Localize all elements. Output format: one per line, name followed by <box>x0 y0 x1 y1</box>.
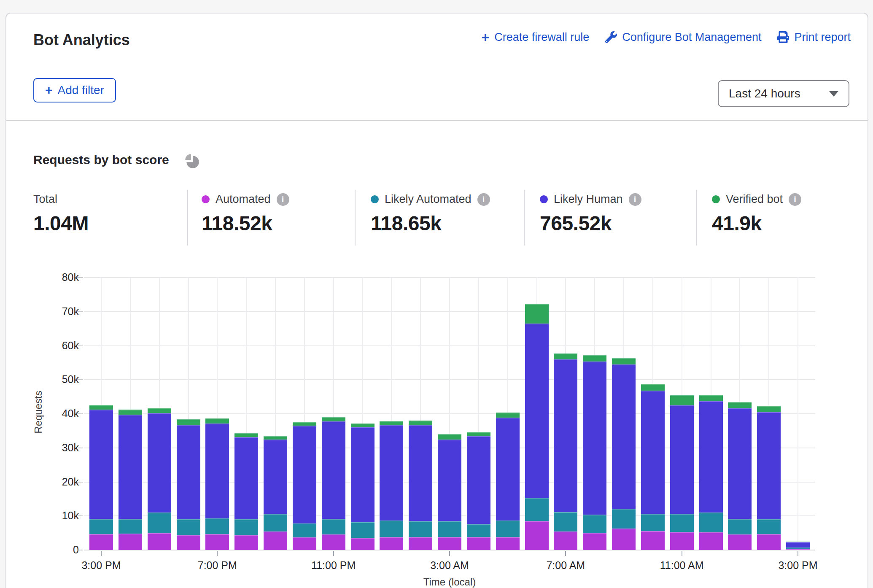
bar-segment-automated[interactable] <box>554 531 577 550</box>
bar-segment-likely-automated[interactable] <box>205 518 229 534</box>
bar-segment-likely-automated[interactable] <box>177 519 200 535</box>
bar-segment-verified-bot[interactable] <box>728 402 752 408</box>
bar-segment-likely-automated[interactable] <box>293 523 316 537</box>
bar-segment-verified-bot[interactable] <box>119 410 142 414</box>
bar-segment-likely-human[interactable] <box>496 418 520 521</box>
bar-segment-likely-human[interactable] <box>612 364 636 509</box>
bar-segment-verified-bot[interactable] <box>525 304 549 324</box>
bar-segment-verified-bot[interactable] <box>467 432 490 436</box>
bar-segment-automated[interactable] <box>583 533 606 550</box>
bar-segment-automated[interactable] <box>641 531 665 550</box>
bar-3:00 AM[interactable] <box>438 434 461 550</box>
bar-segment-automated[interactable] <box>234 535 258 550</box>
bar-segment-automated[interactable] <box>438 537 461 550</box>
bar-segment-automated[interactable] <box>467 537 490 550</box>
bar-segment-likely-human[interactable] <box>699 401 723 512</box>
bar-segment-likely-automated[interactable] <box>264 514 287 531</box>
bar-segment-verified-bot[interactable] <box>583 355 606 361</box>
bar-segment-likely-human[interactable] <box>148 413 171 512</box>
bar-8:00 PM[interactable] <box>234 433 258 550</box>
bar-segment-automated[interactable] <box>293 537 316 550</box>
bar-segment-likely-human[interactable] <box>234 437 258 519</box>
bar-9:00 AM[interactable] <box>612 358 636 550</box>
bar-segment-likely-human[interactable] <box>409 425 432 521</box>
bar-segment-likely-automated[interactable] <box>496 521 520 537</box>
bar-6:00 AM[interactable] <box>525 304 549 550</box>
info-icon[interactable]: i <box>789 193 801 206</box>
bar-12:00 PM[interactable] <box>699 395 723 550</box>
info-icon[interactable]: i <box>629 193 641 206</box>
bar-segment-automated[interactable] <box>670 532 694 550</box>
bar-segment-likely-human[interactable] <box>757 412 781 519</box>
bar-segment-verified-bot[interactable] <box>177 419 200 425</box>
bar-segment-automated[interactable] <box>786 549 810 550</box>
bar-segment-verified-bot[interactable] <box>89 405 113 409</box>
bar-segment-likely-human[interactable] <box>554 359 577 512</box>
bar-segment-verified-bot[interactable] <box>496 413 520 418</box>
bar-segment-likely-human[interactable] <box>670 405 694 514</box>
bar-segment-likely-human[interactable] <box>380 425 403 521</box>
bar-11:00 PM[interactable] <box>322 417 345 550</box>
bar-segment-automated[interactable] <box>351 538 375 550</box>
bar-3:00 PM[interactable] <box>786 542 810 550</box>
bar-segment-likely-automated[interactable] <box>234 519 258 535</box>
bar-segment-verified-bot[interactable] <box>757 406 781 412</box>
bar-segment-likely-automated[interactable] <box>757 519 781 534</box>
bar-12:00 AM[interactable] <box>351 423 375 550</box>
bar-segment-verified-bot[interactable] <box>351 423 375 428</box>
bar-segment-likely-human[interactable] <box>641 391 665 514</box>
bar-segment-verified-bot[interactable] <box>409 421 432 425</box>
bar-segment-likely-human[interactable] <box>467 436 490 524</box>
info-icon[interactable]: i <box>477 193 490 206</box>
bar-segment-likely-automated[interactable] <box>351 522 375 538</box>
bar-segment-verified-bot[interactable] <box>205 418 229 423</box>
bar-segment-verified-bot[interactable] <box>234 433 258 437</box>
bar-segment-automated[interactable] <box>728 534 752 550</box>
bar-segment-likely-human[interactable] <box>322 421 345 519</box>
bar-segment-likely-human[interactable] <box>525 324 549 498</box>
bar-segment-likely-automated[interactable] <box>89 519 113 534</box>
bar-segment-verified-bot[interactable] <box>554 353 577 359</box>
bar-4:00 AM[interactable] <box>467 432 490 550</box>
bar-segment-likely-human[interactable] <box>205 423 229 518</box>
bar-segment-verified-bot[interactable] <box>670 395 694 405</box>
bar-segment-likely-human[interactable] <box>119 415 142 519</box>
bar-segment-automated[interactable] <box>177 535 200 550</box>
bar-6:00 PM[interactable] <box>177 419 200 550</box>
bar-2:00 AM[interactable] <box>409 421 432 550</box>
bar-segment-automated[interactable] <box>89 534 113 550</box>
bar-segment-automated[interactable] <box>699 532 723 550</box>
bar-segment-likely-automated[interactable] <box>728 519 752 534</box>
bar-segment-likely-automated[interactable] <box>409 521 432 537</box>
bar-segment-verified-bot[interactable] <box>438 434 461 440</box>
bar-10:00 AM[interactable] <box>641 384 665 550</box>
configure-bot-management-link[interactable]: Configure Bot Management <box>605 31 761 44</box>
bar-segment-verified-bot[interactable] <box>612 358 636 364</box>
bar-1:00 AM[interactable] <box>380 421 403 550</box>
bar-segment-likely-human[interactable] <box>89 410 113 519</box>
bar-segment-likely-automated[interactable] <box>322 519 345 534</box>
bar-11:00 AM[interactable] <box>670 395 694 550</box>
bar-segment-likely-automated[interactable] <box>670 514 694 532</box>
bar-5:00 PM[interactable] <box>148 408 171 550</box>
bar-segment-likely-human[interactable] <box>293 426 316 523</box>
bar-segment-verified-bot[interactable] <box>264 436 287 440</box>
bar-segment-automated[interactable] <box>409 537 432 550</box>
add-filter-button[interactable]: + Add filter <box>33 78 116 102</box>
bar-segment-likely-human[interactable] <box>786 542 810 548</box>
bar-segment-automated[interactable] <box>380 537 403 550</box>
create-firewall-rule-link[interactable]: + Create firewall rule <box>481 30 589 44</box>
bar-8:00 AM[interactable] <box>583 355 606 550</box>
info-icon[interactable]: i <box>277 193 289 206</box>
bar-segment-automated[interactable] <box>322 534 345 550</box>
bar-10:00 PM[interactable] <box>293 422 316 550</box>
bar-segment-likely-automated[interactable] <box>380 521 403 537</box>
bar-segment-likely-automated[interactable] <box>554 512 577 531</box>
bar-segment-verified-bot[interactable] <box>148 408 171 413</box>
bar-1:00 PM[interactable] <box>728 402 752 550</box>
bar-4:00 PM[interactable] <box>119 410 142 550</box>
bar-3:00 PM[interactable] <box>89 405 113 550</box>
print-report-link[interactable]: Print report <box>777 31 851 44</box>
bar-segment-likely-automated[interactable] <box>699 512 723 532</box>
bar-segment-verified-bot[interactable] <box>699 395 723 401</box>
